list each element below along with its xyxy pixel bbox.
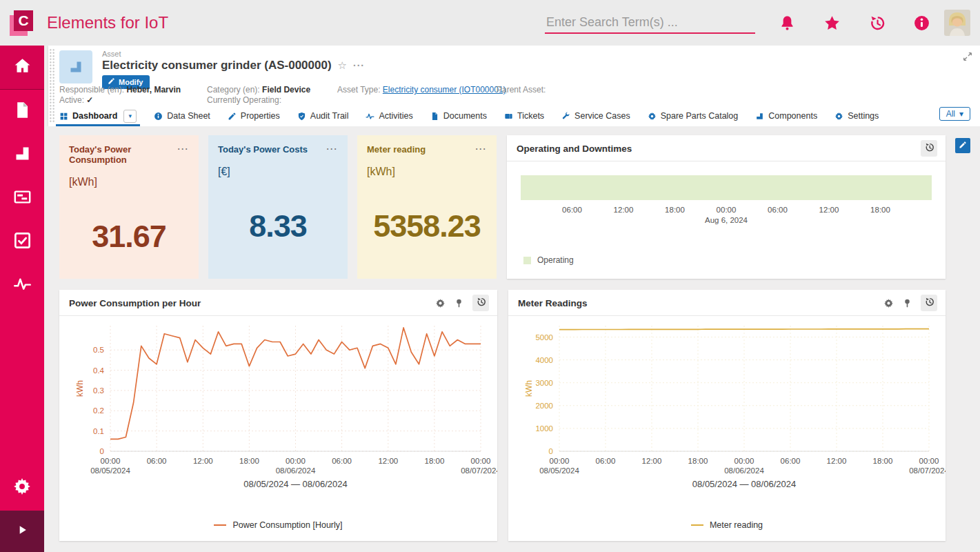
legend-label: Operating <box>537 255 574 265</box>
svg-text:06:00: 06:00 <box>596 457 616 465</box>
tab-spare-parts-catalog[interactable]: Spare Parts Catalog <box>648 106 739 126</box>
tab-label: Tickets <box>517 111 544 121</box>
favorites-icon[interactable] <box>823 14 841 32</box>
sidebar-item-settings[interactable] <box>0 465 44 511</box>
tab-properties[interactable]: Properties <box>228 106 280 126</box>
tab-caret-button[interactable]: ▾ <box>123 110 137 123</box>
svg-text:18:00: 18:00 <box>425 457 445 465</box>
svg-text:5000: 5000 <box>535 333 553 342</box>
chart-legend: Meter reading <box>508 520 946 530</box>
header-icons <box>779 14 930 32</box>
history-icon[interactable] <box>868 14 886 32</box>
svg-text:kWh: kWh <box>75 380 85 397</box>
field-label: Currently Operating: <box>207 95 281 105</box>
drag-handle[interactable] <box>49 48 55 124</box>
kpi-menu-button[interactable]: ··· <box>178 144 190 154</box>
app-title: Elements for IoT <box>47 13 168 32</box>
activities-icon <box>366 112 374 121</box>
sidebar-item-home[interactable] <box>0 46 44 90</box>
kpi-menu-button[interactable]: ··· <box>476 144 488 154</box>
asset-meta-field: Category (en): Field Device <box>207 85 310 95</box>
asset-header-card: Asset Electricity consumer grinder (AS-0… <box>48 46 980 126</box>
tab-activities[interactable]: Activities <box>366 106 412 126</box>
sidebar-item-tasks[interactable] <box>0 220 44 264</box>
audit-trail-icon <box>297 112 306 121</box>
history-button[interactable] <box>472 295 489 311</box>
svg-text:06:00: 06:00 <box>332 457 352 465</box>
tab-data-sheet[interactable]: Data Sheet <box>154 106 210 126</box>
operating-downtimes-panel: Operating and Downtimes 06:0012:0018:000… <box>507 135 946 279</box>
sidebar-item-components[interactable] <box>0 133 44 177</box>
svg-text:08/05/2024: 08/05/2024 <box>539 466 579 475</box>
tab-service-cases[interactable]: Service Cases <box>561 106 630 126</box>
sidebar-item-monitoring[interactable] <box>0 264 44 307</box>
chevron-down-icon: ▾ <box>959 109 963 119</box>
gear-icon[interactable] <box>883 298 894 308</box>
info-icon[interactable] <box>913 14 930 32</box>
favorite-star-icon[interactable]: ☆ <box>338 59 347 72</box>
svg-text:0: 0 <box>100 447 104 455</box>
pin-icon[interactable] <box>454 298 464 308</box>
kpi-title: Meter reading <box>367 144 426 155</box>
sidebar-expand-button[interactable] <box>0 511 44 552</box>
edit-dashboard-button[interactable] <box>955 138 970 153</box>
tab-settings[interactable]: Settings <box>834 106 879 126</box>
svg-text:06:00: 06:00 <box>781 457 801 465</box>
svg-text:0.3: 0.3 <box>93 386 104 395</box>
notifications-icon[interactable] <box>779 14 796 32</box>
asset-meta-field: Responsible (en): Heber, Marvin <box>59 85 181 95</box>
asset-meta-field: Parent Asset: <box>497 85 546 95</box>
sidebar-item-documents[interactable] <box>0 90 44 133</box>
component-icon <box>13 144 32 166</box>
tickets-icon <box>504 112 513 121</box>
svg-text:3000: 3000 <box>535 379 553 387</box>
power-consumption-chart-card: Power Consumption per Hour 00.10.20.30.4… <box>59 290 497 541</box>
line-chart[interactable]: 01000200030004000500000:0008/05/202406:0… <box>508 316 946 506</box>
svg-text:08/07/2024: 08/07/2024 <box>461 466 497 475</box>
tab-filter-dropdown[interactable]: All▾ <box>939 107 970 121</box>
kpi-value: 5358.23 <box>367 208 487 244</box>
panel-title: Operating and Downtimes <box>517 144 632 154</box>
info-icon <box>154 112 163 121</box>
svg-text:18:00: 18:00 <box>688 457 708 465</box>
tab-tickets[interactable]: Tickets <box>504 106 544 126</box>
operating-timeline-band[interactable] <box>521 175 932 200</box>
legend-label: Meter reading <box>710 520 763 530</box>
history-button[interactable] <box>921 295 937 311</box>
tab-dashboard[interactable]: Dashboard▾ <box>59 106 137 126</box>
svg-text:00:00: 00:00 <box>919 457 939 465</box>
meter-readings-chart-card: Meter Readings 01000200030004000500000:0… <box>508 290 946 541</box>
svg-text:0: 0 <box>549 447 553 455</box>
app-window: C Elements for IoT <box>0 0 980 552</box>
search-input[interactable] <box>545 12 755 34</box>
kpi-menu-button[interactable]: ··· <box>327 144 339 154</box>
document-icon <box>13 101 32 122</box>
user-avatar[interactable] <box>944 10 970 36</box>
asset-meta-field: Currently Operating: <box>207 95 310 106</box>
axis-tick-label: 12:00 <box>614 206 634 214</box>
documents-icon <box>430 112 439 121</box>
history-button[interactable] <box>921 140 937 157</box>
tab-components[interactable]: Components <box>755 106 817 126</box>
svg-text:4000: 4000 <box>535 356 553 364</box>
svg-text:00:00: 00:00 <box>471 457 491 465</box>
chart-title: Power Consumption per Hour <box>69 298 201 308</box>
gear-icon[interactable] <box>435 298 446 308</box>
line-chart[interactable]: 00.10.20.30.40.500:0008/05/202406:0012:0… <box>59 316 497 506</box>
pin-icon[interactable] <box>902 298 912 308</box>
tab-audit-trail[interactable]: Audit Trail <box>297 106 349 126</box>
tab-label: Settings <box>848 111 879 121</box>
expand-corner-icon[interactable] <box>962 51 973 62</box>
gear-icon <box>12 477 32 499</box>
legend-swatch <box>691 524 703 526</box>
field-value[interactable]: Electricity consumer (IOT000001) <box>383 85 506 95</box>
app-logo-icon[interactable]: C <box>10 10 36 36</box>
tab-label: Spare Parts Catalog <box>661 111 739 121</box>
asset-meta-column: Asset Type: Electricity consumer (IOT000… <box>337 85 506 95</box>
title-more-menu[interactable]: ··· <box>353 60 365 71</box>
properties-icon <box>228 112 237 121</box>
field-label: Asset Type: <box>337 85 380 95</box>
sidebar-item-cards[interactable] <box>0 177 44 220</box>
asset-meta-field: Asset Type: Electricity consumer (IOT000… <box>337 85 506 95</box>
tab-documents[interactable]: Documents <box>430 106 487 126</box>
